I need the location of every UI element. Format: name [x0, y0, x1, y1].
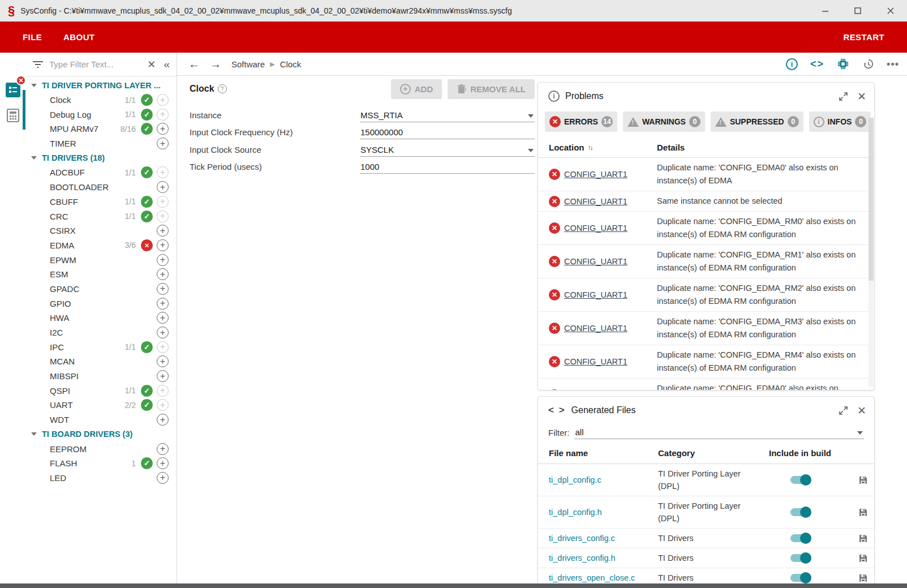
- include-in-build-toggle[interactable]: [790, 476, 810, 484]
- add-instance-icon[interactable]: +: [157, 268, 169, 280]
- add-instance-icon[interactable]: +: [157, 472, 169, 484]
- menu-file[interactable]: FILE: [23, 27, 42, 48]
- problem-location-link[interactable]: CONFIG_UART1: [564, 324, 627, 333]
- tab-suppressed[interactable]: SUPPRESSED0: [711, 111, 803, 132]
- add-instance-icon[interactable]: +: [157, 181, 169, 193]
- field-input[interactable]: 1000: [360, 162, 535, 174]
- filter-input[interactable]: [49, 59, 145, 69]
- add-instance-icon[interactable]: +: [157, 327, 169, 338]
- tab-infos[interactable]: iINFOS0: [809, 111, 871, 132]
- add-instance-icon[interactable]: +: [157, 211, 169, 222]
- tree-item-wdt[interactable]: WDT+: [25, 413, 177, 427]
- add-instance-icon[interactable]: +: [157, 385, 169, 397]
- tree-item-timer[interactable]: TIMER+: [25, 136, 177, 151]
- tab-errors[interactable]: ✕ERRORS14: [545, 111, 617, 132]
- save-file-icon[interactable]: [858, 573, 868, 583]
- add-instance-icon[interactable]: +: [157, 196, 169, 208]
- file-name-link[interactable]: ti_drivers_config.h: [538, 553, 658, 563]
- tree-item-gpadc[interactable]: GPADC+: [25, 282, 177, 297]
- add-instance-icon[interactable]: +: [157, 355, 169, 367]
- tree-item-uart[interactable]: UART2/2✓+: [25, 398, 177, 413]
- add-instance-icon[interactable]: +: [157, 283, 169, 295]
- remove-all-button[interactable]: REMOVE ALL: [448, 79, 535, 99]
- minimize-button[interactable]: [809, 0, 841, 22]
- add-instance-icon[interactable]: +: [157, 123, 169, 135]
- tree-item-clock[interactable]: Clock1/1✓+: [25, 93, 177, 108]
- add-instance-icon[interactable]: +: [157, 138, 169, 149]
- add-instance-icon[interactable]: +: [157, 312, 169, 324]
- expand-icon[interactable]: [839, 92, 848, 101]
- tab-warnings[interactable]: WARNINGS0: [623, 111, 705, 132]
- tree-item-bootloader[interactable]: BOOTLOADER+: [25, 180, 177, 195]
- forward-icon[interactable]: →: [210, 58, 221, 71]
- problem-location-link[interactable]: CONFIG_UART1: [564, 290, 627, 299]
- collapse-sidebar-icon[interactable]: «: [161, 58, 172, 71]
- menu-about[interactable]: ABOUT: [63, 27, 94, 48]
- location-column-header[interactable]: Location: [549, 143, 584, 152]
- problem-location-link[interactable]: CONFIG_UART1: [564, 357, 627, 366]
- sort-icon[interactable]: ↑↓: [588, 144, 592, 152]
- add-instance-icon[interactable]: +: [157, 414, 169, 426]
- save-file-icon[interactable]: [858, 534, 868, 543]
- add-instance-icon[interactable]: +: [157, 254, 169, 266]
- problem-location-link[interactable]: CONFIG_UART1: [564, 197, 627, 206]
- tree-item-mibspi[interactable]: MIBSPI+: [25, 369, 177, 384]
- add-instance-icon[interactable]: +: [157, 341, 169, 353]
- add-instance-icon[interactable]: +: [157, 166, 169, 178]
- history-icon[interactable]: [862, 58, 874, 70]
- close-button[interactable]: [874, 0, 907, 22]
- include-in-build-toggle[interactable]: [790, 574, 810, 582]
- breadcrumb-software[interactable]: Software: [231, 59, 265, 69]
- file-name-link[interactable]: ti_drivers_open_close.c: [538, 573, 658, 582]
- include-in-build-toggle[interactable]: [790, 554, 810, 562]
- file-name-link[interactable]: ti_drivers_config.c: [538, 534, 658, 543]
- tree-item-flash[interactable]: FLASH1✓+: [25, 456, 177, 471]
- tree-item-crc[interactable]: CRC1/1✓+: [25, 209, 177, 224]
- include-in-build-toggle[interactable]: [790, 508, 810, 516]
- close-generated-files-icon[interactable]: ✕: [857, 404, 866, 417]
- hardware-view-icon[interactable]: [6, 108, 20, 123]
- problem-location-link[interactable]: CONFIG_UART1: [564, 170, 627, 179]
- menu-restart[interactable]: RESTART: [843, 27, 884, 48]
- add-instance-icon[interactable]: +: [157, 225, 169, 237]
- tree-item-debug-log[interactable]: Debug Log1/1✓+: [25, 107, 177, 122]
- add-instance-icon[interactable]: +: [157, 443, 169, 455]
- file-name-link[interactable]: ti_dpl_config.h: [538, 508, 658, 517]
- include-in-build-toggle[interactable]: [790, 534, 810, 542]
- more-options-icon[interactable]: •••: [887, 58, 899, 70]
- tree-item-epwm[interactable]: EPWM+: [25, 252, 177, 267]
- help-icon[interactable]: ?: [218, 84, 227, 93]
- code-icon[interactable]: <>: [810, 58, 824, 70]
- add-instance-icon[interactable]: +: [157, 239, 169, 251]
- maximize-button[interactable]: [841, 0, 874, 22]
- tree-item-gpio[interactable]: GPIO+: [25, 296, 177, 311]
- add-instance-icon[interactable]: +: [157, 399, 169, 411]
- add-button[interactable]: + ADD: [391, 79, 442, 99]
- field-input[interactable]: 150000000: [360, 127, 535, 139]
- tree-item-edma[interactable]: EDMA3/6×+: [25, 238, 177, 253]
- add-instance-icon[interactable]: +: [157, 457, 169, 469]
- tree-item-esm[interactable]: ESM+: [25, 267, 177, 282]
- tree-item-adcbuf[interactable]: ADCBUF1/1✓+: [25, 165, 177, 180]
- tree-item-mcan[interactable]: MCAN+: [25, 354, 177, 369]
- info-icon[interactable]: i: [786, 58, 798, 70]
- field-dropdown[interactable]: MSS_RTIA: [360, 110, 535, 122]
- chip-icon[interactable]: [837, 58, 849, 70]
- tree-section-ti-board-drivers-3-[interactable]: TI BOARD DRIVERS (3): [25, 427, 177, 442]
- add-instance-icon[interactable]: +: [157, 370, 169, 382]
- tree-item-ipc[interactable]: IPC1/1✓+: [25, 340, 177, 354]
- problem-location-link[interactable]: CONFIG_UART1: [564, 224, 627, 233]
- clear-filter-icon[interactable]: ✕: [145, 58, 161, 71]
- bottom-scrollbar[interactable]: [0, 583, 907, 588]
- file-name-link[interactable]: ti_dpl_config.c: [538, 475, 658, 484]
- files-filter-dropdown[interactable]: all: [574, 427, 865, 439]
- save-file-icon[interactable]: [858, 553, 868, 563]
- add-instance-icon[interactable]: +: [157, 109, 169, 121]
- save-file-icon[interactable]: [858, 508, 868, 517]
- expand-icon[interactable]: [839, 406, 848, 415]
- tree-item-cbuff[interactable]: CBUFF1/1✓+: [25, 195, 177, 209]
- breadcrumb-clock[interactable]: Clock: [280, 59, 302, 69]
- problem-location-link[interactable]: CONFIG_UART1: [564, 257, 627, 266]
- tree-item-eeprom[interactable]: EEPROM+: [25, 441, 177, 456]
- tree-item-qspi[interactable]: QSPI1/1✓+: [25, 383, 177, 398]
